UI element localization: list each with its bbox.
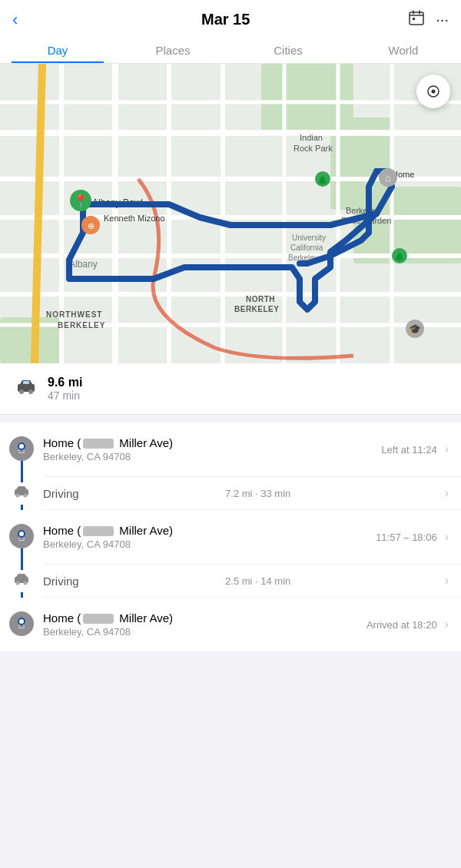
header: ‹ Mar 15 ··· xyxy=(0,0,461,36)
drive-2-stats: 2.5 mi · 14 min xyxy=(225,575,290,587)
svg-text:🌲: 🌲 xyxy=(317,174,328,185)
tl-dot-2 xyxy=(18,530,25,538)
svg-text:🎓: 🎓 xyxy=(409,323,422,336)
svg-text:⌂: ⌂ xyxy=(385,172,391,184)
location-pin-button[interactable] xyxy=(416,75,450,108)
drive-left-1 xyxy=(0,477,43,510)
svg-rect-4 xyxy=(413,18,415,20)
duration-label: 47 min xyxy=(48,389,82,402)
tl-left-2: ⌂ xyxy=(0,510,43,565)
drive-1-content[interactable]: Driving 7.2 mi · 33 min › xyxy=(43,477,461,510)
drive-2-content[interactable]: Driving 2.5 mi · 14 min › xyxy=(43,565,461,598)
redacted-1 xyxy=(83,439,114,449)
timeline: ⌂ Home ( Miller Ave) Berkeley, CA 94708 … xyxy=(0,422,461,651)
tl-dot-3 xyxy=(18,618,25,625)
drive-car-icon-1 xyxy=(13,485,30,502)
svg-text:NORTHWEST: NORTHWEST xyxy=(46,310,102,319)
svg-point-56 xyxy=(19,389,24,394)
page-title: Mar 15 xyxy=(201,11,250,28)
svg-text:California: California xyxy=(290,244,323,252)
drive-line-top-1 xyxy=(21,477,23,482)
svg-text:⊕: ⊕ xyxy=(88,221,95,230)
back-button[interactable]: ‹ xyxy=(12,10,43,30)
svg-point-63 xyxy=(16,581,20,585)
stats-text: 9.6 mi 47 min xyxy=(48,376,82,402)
drive-1-label: Driving xyxy=(43,487,79,500)
map-view[interactable]: NORTHWEST BERKELEY NORTH BERKELEY Albany… xyxy=(0,64,461,363)
drive-line-top-2 xyxy=(21,565,23,570)
timeline-place-3[interactable]: ⌂ Home ( Miller Ave) Berkeley, CA 94708 … xyxy=(0,598,461,651)
stats-bar: 9.6 mi 47 min xyxy=(0,363,461,415)
drive-2-label: Driving xyxy=(43,575,79,588)
calendar-icon[interactable] xyxy=(408,9,425,30)
drive-line-bot-2 xyxy=(21,592,23,598)
place-2-address: Berkeley, CA 94708 xyxy=(43,538,376,550)
svg-text:Kenneth Mizono: Kenneth Mizono xyxy=(104,214,165,223)
chevron-icon-3: › xyxy=(445,618,449,631)
place-1-address: Berkeley, CA 94708 xyxy=(43,451,381,462)
tab-cities[interactable]: Cities xyxy=(230,36,346,63)
svg-point-54 xyxy=(432,90,436,94)
redacted-3 xyxy=(83,614,114,624)
svg-text:University: University xyxy=(292,234,326,242)
svg-text:🌲: 🌲 xyxy=(394,251,405,262)
header-actions: ··· xyxy=(408,9,449,30)
svg-point-64 xyxy=(24,581,28,585)
distance-label: 9.6 mi xyxy=(48,376,82,389)
place-3-content[interactable]: Home ( Miller Ave) Berkeley, CA 94708 Ar… xyxy=(43,598,461,651)
place-3-address: Berkeley, CA 94708 xyxy=(43,626,366,638)
place-2-content[interactable]: Home ( Miller Ave) Berkeley, CA 94708 11… xyxy=(43,510,461,565)
svg-rect-0 xyxy=(410,12,423,25)
car-icon xyxy=(15,379,37,399)
chevron-icon-1: › xyxy=(445,442,449,456)
redacted-2 xyxy=(83,526,114,536)
place-1-name: Home ( Miller Ave) xyxy=(43,436,381,449)
drive-line-bot-1 xyxy=(21,505,23,510)
drive-1-stats: 7.2 mi · 33 min xyxy=(225,488,290,499)
svg-text:BERKELEY: BERKELEY xyxy=(234,305,279,313)
tl-left-1: ⌂ xyxy=(0,422,43,477)
place-3-name: Home ( Miller Ave) xyxy=(43,611,366,624)
svg-point-60 xyxy=(16,494,20,498)
place-1-time: Left at 11:24 xyxy=(381,444,436,456)
tab-places[interactable]: Places xyxy=(115,36,230,63)
place-1-content[interactable]: Home ( Miller Ave) Berkeley, CA 94708 Le… xyxy=(43,422,461,477)
drive-car-icon-2 xyxy=(13,573,30,589)
timeline-place-2[interactable]: ⌂ Home ( Miller Ave) Berkeley, CA 94708 … xyxy=(0,510,461,565)
svg-text:NORTH: NORTH xyxy=(246,295,275,303)
tl-line-1 xyxy=(21,461,23,477)
svg-text:Indian: Indian xyxy=(300,133,323,142)
tl-dot-1 xyxy=(18,442,25,450)
timeline-drive-1[interactable]: Driving 7.2 mi · 33 min › xyxy=(0,477,461,510)
timeline-drive-2[interactable]: Driving 2.5 mi · 14 min › xyxy=(0,565,461,598)
svg-text:BERKELEY: BERKELEY xyxy=(58,321,105,330)
svg-point-61 xyxy=(24,494,28,498)
tab-world[interactable]: World xyxy=(346,36,461,63)
tl-line-2 xyxy=(21,548,23,565)
chevron-drive-2: › xyxy=(445,574,449,588)
tab-bar: Day Places Cities World xyxy=(0,36,461,64)
chevron-drive-1: › xyxy=(445,486,449,500)
tab-day[interactable]: Day xyxy=(0,36,115,63)
drive-left-2 xyxy=(0,565,43,598)
place-2-name: Home ( Miller Ave) xyxy=(43,524,376,537)
svg-point-57 xyxy=(28,389,33,394)
chevron-icon-2: › xyxy=(445,530,449,544)
svg-text:📍: 📍 xyxy=(73,194,88,208)
tl-left-3: ⌂ xyxy=(0,598,43,651)
svg-rect-58 xyxy=(23,381,29,384)
place-3-time: Arrived at 18:20 xyxy=(366,619,437,631)
svg-text:Rock Park: Rock Park xyxy=(294,144,333,153)
timeline-place-1[interactable]: ⌂ Home ( Miller Ave) Berkeley, CA 94708 … xyxy=(0,422,461,477)
place-2-time: 11:57 – 18:06 xyxy=(376,532,437,543)
more-icon[interactable]: ··· xyxy=(436,11,449,28)
svg-text:Albany: Albany xyxy=(69,259,98,270)
